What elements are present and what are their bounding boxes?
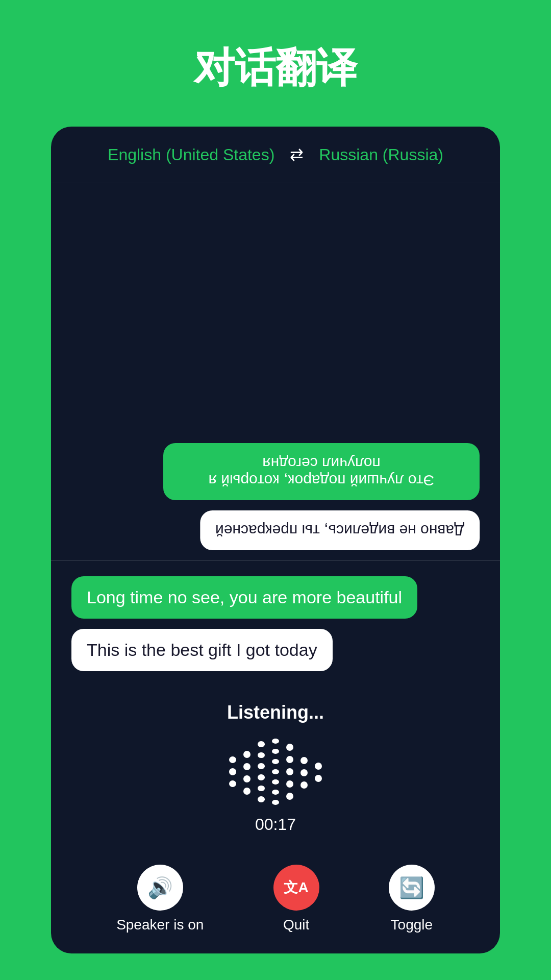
dot: [258, 796, 265, 802]
wave-col-1: [229, 756, 236, 787]
quit-button[interactable]: 文A: [273, 865, 319, 911]
wave-col-6: [300, 755, 308, 789]
page-title: 对话翻译: [194, 41, 357, 96]
dot: [243, 788, 251, 795]
dot: [286, 793, 293, 800]
dot: [300, 781, 308, 789]
lower-chat: Long time no see, you are more beautiful…: [71, 561, 480, 671]
dot: [243, 751, 251, 758]
listening-label: Listening...: [227, 702, 324, 723]
toggle-label: Toggle: [391, 917, 433, 933]
dot: [258, 786, 265, 792]
quit-icon: 文A: [284, 878, 308, 897]
dot: [258, 752, 265, 758]
chat-area: Это лучший подарок, который я получил се…: [51, 183, 500, 687]
dot: [272, 790, 279, 795]
dot: [272, 749, 279, 754]
dot: [286, 756, 293, 763]
dot: [286, 744, 293, 751]
waveform: [229, 739, 322, 805]
dot: [300, 769, 308, 776]
speaker-control[interactable]: 🔊 Speaker is on: [116, 865, 204, 933]
dot: [286, 780, 293, 788]
dot: [272, 779, 279, 785]
wave-col-7: [315, 762, 322, 782]
wave-col-2: [243, 749, 251, 795]
message-bubble-white: This is the best gift I got today: [71, 629, 333, 671]
language-bar: English (United States) ⇄ Russian (Russi…: [51, 127, 500, 183]
dot: [229, 780, 236, 787]
dot: [315, 775, 322, 782]
speaker-icon: 🔊: [147, 876, 173, 900]
quit-control[interactable]: 文A Quit: [273, 865, 319, 933]
dot: [258, 741, 265, 747]
language-swap-icon[interactable]: ⇄: [290, 145, 304, 164]
quit-label: Quit: [283, 917, 309, 933]
dot: [286, 768, 293, 775]
main-card: English (United States) ⇄ Russian (Russi…: [51, 127, 500, 953]
message-bubble-green: Long time no see, you are more beautiful: [71, 576, 417, 619]
source-language[interactable]: English (United States): [108, 145, 274, 164]
dot: [229, 768, 236, 775]
toggle-icon: 🔄: [399, 876, 424, 900]
dot: [229, 756, 236, 763]
dot: [315, 763, 322, 770]
dot: [243, 763, 251, 770]
wave-col-3: [258, 741, 265, 802]
dot: [300, 757, 308, 764]
dot: [272, 739, 279, 744]
speaker-button[interactable]: 🔊: [137, 865, 183, 911]
speaker-label: Speaker is on: [116, 917, 204, 933]
message-bubble-flipped-white: Давно не виделись, ты прекрасней: [200, 510, 480, 550]
dot: [272, 769, 279, 774]
controls-bar: 🔊 Speaker is on 文A Quit 🔄 Toggle: [51, 854, 500, 953]
toggle-button[interactable]: 🔄: [389, 865, 435, 911]
upper-chat: Это лучший подарок, который я получил се…: [71, 199, 480, 560]
dot: [243, 775, 251, 782]
toggle-control[interactable]: 🔄 Toggle: [389, 865, 435, 933]
dot: [258, 763, 265, 769]
dot: [258, 774, 265, 780]
dot: [272, 800, 279, 805]
message-bubble-flipped-green: Это лучший подарок, который я получил се…: [163, 443, 480, 500]
dot: [272, 759, 279, 764]
recording-timer: 00:17: [255, 815, 296, 834]
wave-col-4: [272, 739, 279, 805]
target-language[interactable]: Russian (Russia): [319, 145, 443, 164]
listening-area: Listening...: [51, 687, 500, 854]
wave-col-5: [286, 744, 293, 800]
